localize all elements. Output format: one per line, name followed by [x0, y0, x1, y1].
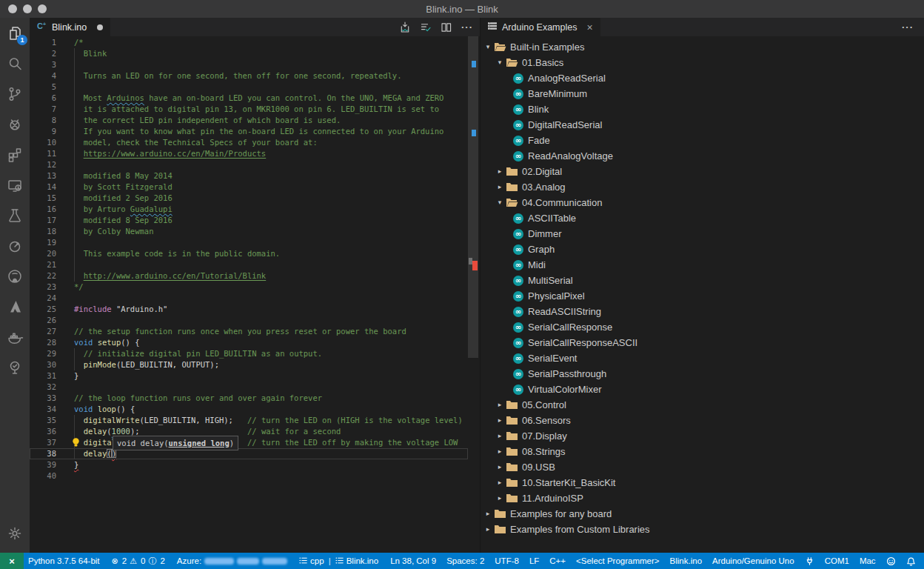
line-number[interactable]: 12 [30, 159, 56, 170]
tree-item-readanalogvoltage[interactable]: ∞ReadAnalogVoltage [481, 148, 924, 164]
tree-item-08-strings[interactable]: ▸08.Strings [481, 444, 924, 459]
code-line-28[interactable]: 28void setup() { [30, 337, 468, 348]
python-interpreter[interactable]: Python 3.7.5 64-bit [28, 556, 100, 565]
line-number[interactable]: 8 [30, 115, 56, 126]
azure-account[interactable]: Azure: [177, 556, 287, 565]
tree-item-serialpassthrough[interactable]: ∞SerialPassthrough [481, 366, 924, 382]
chevron-down-icon[interactable]: ▾ [483, 39, 492, 55]
code-line-24[interactable]: 24 [30, 293, 468, 304]
line-number[interactable]: 14 [30, 182, 56, 193]
chevron-right-icon[interactable]: ▸ [483, 506, 492, 522]
tree-item-05-control[interactable]: ▸05.Control [481, 397, 924, 413]
chevron-right-icon[interactable]: ▸ [495, 413, 504, 428]
code-line-22[interactable]: 22 http://www.arduino.cc/en/Tutorial/Bli… [30, 270, 468, 282]
tree-item-virtualcolormixer[interactable]: ∞VirtualColorMixer [481, 382, 924, 397]
code-line-18[interactable]: 18 by Colby Newman [30, 226, 468, 237]
modified-dot-icon[interactable] [97, 24, 103, 30]
gauge-icon[interactable] [0, 230, 30, 261]
chevron-right-icon[interactable]: ▸ [483, 522, 492, 537]
code-line-17[interactable]: 17 modified 8 Sep 2016 [30, 215, 468, 226]
code-line-15[interactable]: 15 modified 2 Sep 2016 [30, 193, 468, 204]
indentation[interactable]: Spaces: 2 [446, 556, 484, 565]
line-number[interactable]: 19 [30, 237, 56, 248]
tree-item-serialcallresponse[interactable]: ∞SerialCallResponse [481, 319, 924, 335]
code-line-11[interactable]: 11 https://www.arduino.cc/en/Main/Produc… [30, 148, 468, 159]
serial-port[interactable]: COM1 [825, 556, 849, 565]
tree-item-blink[interactable]: ∞Blink [481, 102, 924, 117]
code-line-14[interactable]: 14 by Scott Fitzgerald [30, 182, 468, 193]
language-mode[interactable]: C++ [549, 556, 566, 565]
code-line-19[interactable]: 19 [30, 237, 468, 248]
chevron-right-icon[interactable]: ▸ [495, 179, 504, 195]
editor-scrollbar[interactable] [468, 36, 478, 553]
line-number[interactable]: 1 [30, 37, 56, 48]
explorer-icon[interactable]: 1 [0, 18, 30, 48]
code-line-32[interactable]: 32 [30, 382, 468, 393]
tree-item-readasciistring[interactable]: ∞ReadASCIIString [481, 304, 924, 319]
code-line-3[interactable]: 3 [30, 59, 468, 70]
feedback-smiley[interactable] [886, 556, 896, 566]
tree-item-bareminimum[interactable]: ∞BareMinimum [481, 86, 924, 102]
docker-icon[interactable] [0, 322, 30, 352]
tree-item-11-arduinoisp[interactable]: ▸11.ArduinoISP [481, 490, 924, 506]
line-number[interactable]: 32 [30, 382, 56, 393]
tree-item-09-usb[interactable]: ▸09.USB [481, 459, 924, 475]
zoom-window-button[interactable] [38, 4, 47, 13]
line-number[interactable]: 6 [30, 93, 56, 104]
extensions-icon[interactable] [0, 139, 30, 170]
code-line-36[interactable]: 36 delay(1000); // wait for a second [30, 426, 468, 437]
chevron-right-icon[interactable]: ▸ [495, 428, 504, 444]
tree-item-serialcallresponseascii[interactable]: ∞SerialCallResponseASCII [481, 335, 924, 350]
code-line-10[interactable]: 10 model, check the Technical Specs of y… [30, 137, 468, 148]
code-line-9[interactable]: 9 If you want to know what pin the on-bo… [30, 126, 468, 137]
chevron-right-icon[interactable]: ▸ [495, 490, 504, 506]
more-actions-button[interactable]: ··· [459, 19, 475, 35]
code-line-4[interactable]: 4 Turns an LED on for one second, then o… [30, 70, 468, 81]
lightbulb-icon[interactable] [71, 437, 81, 447]
code-line-6[interactable]: 6 Most Arduinos have an on-board LED you… [30, 93, 468, 104]
tree-item-06-sensors[interactable]: ▸06.Sensors [481, 413, 924, 428]
tree-item-01-basics[interactable]: ▾01.Basics [481, 55, 924, 70]
tree-item-physicalpixel[interactable]: ∞PhysicalPixel [481, 288, 924, 304]
chevron-right-icon[interactable]: ▸ [495, 475, 504, 490]
line-number[interactable]: 24 [30, 293, 56, 304]
debug-icon[interactable] [0, 109, 30, 139]
tree-item-asciitable[interactable]: ∞ASCIITable [481, 210, 924, 226]
code-editor[interactable]: 1/*2 Blink34 Turns an LED on for one sec… [30, 36, 480, 553]
tab-blink-ino[interactable]: C+ Blink.ino [30, 18, 110, 36]
close-icon[interactable]: × [586, 21, 592, 33]
board-name[interactable]: Arduino/Genuino Uno [712, 556, 794, 565]
code-line-35[interactable]: 35 digitalWrite(LED_BUILTIN, HIGH); // t… [30, 415, 468, 426]
tree-item-analogreadserial[interactable]: ∞AnalogReadSerial [481, 70, 924, 86]
code-line-40[interactable]: 40 [30, 470, 468, 482]
serial-plug[interactable] [805, 556, 814, 566]
encoding[interactable]: UTF-8 [495, 556, 519, 565]
remote-explorer-icon[interactable] [0, 170, 30, 200]
line-number[interactable]: 29 [30, 348, 56, 359]
line-number[interactable]: 16 [30, 204, 56, 215]
tree-item-07-display[interactable]: ▸07.Display [481, 428, 924, 444]
line-number[interactable]: 11 [30, 148, 56, 159]
code-line-27[interactable]: 27// the setup function runs once when y… [30, 326, 468, 337]
line-number[interactable]: 9 [30, 126, 56, 137]
select-programmer[interactable]: <Select Programmer> [576, 556, 660, 565]
tree-item-03-analog[interactable]: ▸03.Analog [481, 179, 924, 195]
tree-item-dimmer[interactable]: ∞Dimmer [481, 226, 924, 242]
azure-icon[interactable] [0, 291, 30, 322]
line-number[interactable]: 2 [30, 48, 56, 59]
line-number[interactable]: 23 [30, 282, 56, 293]
chevron-down-icon[interactable]: ▾ [495, 55, 504, 70]
code-line-16[interactable]: 16 by Arturo Guadalupi [30, 204, 468, 215]
code-line-30[interactable]: 30 pinMode(LED_BUILTIN, OUTPUT); [30, 359, 468, 370]
line-number[interactable]: 37 [30, 437, 56, 448]
line-number[interactable]: 25 [30, 304, 56, 315]
code-line-38[interactable]: 38 delay() [30, 448, 468, 459]
sketch-name[interactable]: Blink.ino [670, 556, 702, 565]
tree-item-examples-for-any-board[interactable]: ▸Examples for any board [481, 506, 924, 522]
minimize-window-button[interactable] [23, 4, 32, 13]
line-number[interactable]: 15 [30, 193, 56, 204]
line-number[interactable]: 28 [30, 337, 56, 348]
code-line-25[interactable]: 25#include "Arduino.h" [30, 304, 468, 315]
chevron-down-icon[interactable]: ▾ [495, 195, 504, 210]
code-line-33[interactable]: 33// the loop function runs over and ove… [30, 393, 468, 404]
